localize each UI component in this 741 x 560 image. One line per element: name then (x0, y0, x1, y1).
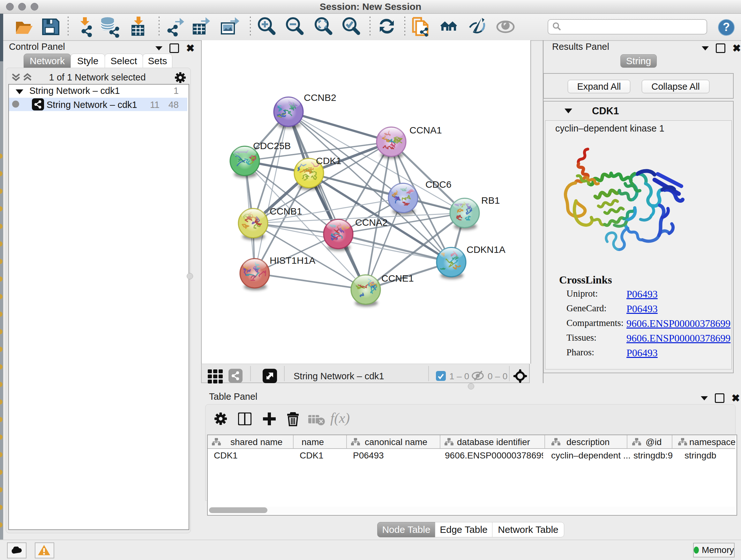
svg-text:CCNB2: CCNB2 (304, 92, 336, 103)
svg-text:CCNA2: CCNA2 (355, 217, 388, 228)
svg-text:CCNA1: CCNA1 (409, 125, 442, 135)
svg-text:RB1: RB1 (481, 195, 500, 206)
svg-text:CCNB1: CCNB1 (270, 206, 302, 216)
svg-text:CDKN1A: CDKN1A (467, 244, 506, 255)
svg-text:CDC6: CDC6 (425, 179, 452, 190)
svg-text:HIST1H1A: HIST1H1A (270, 255, 315, 266)
svg-text:CDC25B: CDC25B (253, 140, 291, 151)
svg-text:CCNE1: CCNE1 (381, 273, 414, 284)
svg-text:CDK1: CDK1 (316, 155, 341, 166)
